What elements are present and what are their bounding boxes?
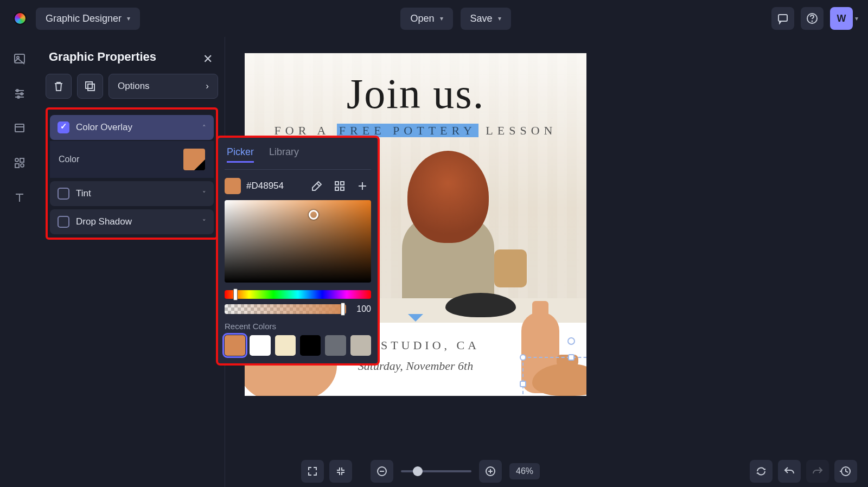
current-color-swatch: [225, 178, 241, 194]
fit-button[interactable]: [329, 460, 352, 483]
svg-point-9: [15, 158, 18, 162]
alpha-handle[interactable]: [341, 303, 345, 316]
sv-handle[interactable]: [309, 210, 318, 220]
duplicate-button[interactable]: [77, 74, 103, 99]
svg-rect-17: [335, 187, 339, 190]
image-icon: [14, 53, 25, 65]
app-logo[interactable]: [10, 8, 30, 29]
minus-icon: [376, 465, 388, 477]
chevron-down-icon: ˅: [202, 218, 206, 226]
grid-icon: [334, 180, 346, 192]
recent-color-swatch[interactable]: [250, 335, 270, 356]
delete-button[interactable]: [46, 74, 72, 99]
resize-handle[interactable]: [568, 354, 575, 361]
collapse-icon: [335, 465, 347, 477]
text-tool[interactable]: [10, 188, 29, 207]
panel-title: Graphic Properties: [46, 44, 159, 74]
comments-button[interactable]: [771, 7, 794, 30]
open-button[interactable]: Open ▾: [400, 8, 452, 30]
tint-checkbox[interactable]: [58, 188, 69, 200]
svg-rect-16: [341, 182, 344, 185]
library-tab[interactable]: Library: [269, 146, 299, 163]
chevron-down-icon: ˅: [202, 190, 206, 198]
tool-rail: [0, 37, 39, 487]
svg-rect-15: [335, 182, 339, 185]
zoom-slider[interactable]: [401, 470, 471, 472]
image-tool[interactable]: [10, 49, 29, 68]
mode-dropdown[interactable]: Graphic Designer ▾: [36, 8, 140, 30]
rotate-handle[interactable]: [567, 337, 575, 345]
selection-box[interactable]: [522, 357, 586, 396]
alpha-slider[interactable]: [225, 304, 346, 314]
chevron-right-icon: ›: [206, 81, 209, 92]
recent-colors-row: [225, 335, 371, 356]
plus-icon: [484, 465, 496, 477]
comment-icon: [777, 12, 789, 24]
account-menu[interactable]: W ▾: [830, 7, 858, 30]
svg-point-2: [812, 21, 813, 22]
hue-handle[interactable]: [233, 289, 238, 300]
user-avatar: W: [830, 7, 853, 30]
zoom-knob[interactable]: [413, 466, 423, 476]
help-icon: [806, 12, 818, 24]
resize-handle[interactable]: [520, 354, 526, 361]
recent-color-swatch[interactable]: [350, 335, 371, 356]
history-button[interactable]: [834, 460, 857, 483]
layout-icon: [14, 122, 25, 134]
recent-color-swatch[interactable]: [300, 335, 321, 356]
svg-rect-8: [15, 124, 24, 132]
shapes-tool[interactable]: [10, 153, 29, 172]
color-overlay-property[interactable]: Color Overlay ˄: [50, 115, 214, 140]
zoom-out-button[interactable]: [371, 460, 393, 483]
undo-button[interactable]: [778, 460, 801, 483]
recent-color-swatch[interactable]: [275, 335, 296, 356]
palette-grid-button[interactable]: [331, 177, 348, 195]
trash-icon: [53, 80, 65, 92]
layout-tool[interactable]: [10, 118, 29, 138]
expand-icon: [307, 465, 318, 477]
hue-slider[interactable]: [225, 290, 371, 299]
svg-rect-14: [88, 84, 94, 91]
drop-shadow-property[interactable]: Drop Shadow ˅: [50, 209, 214, 234]
save-button[interactable]: Save ▾: [461, 8, 511, 30]
color-picker-panel: Picker Library #D48954 100 Recent Colors: [216, 136, 380, 366]
zoom-percent[interactable]: 46%: [509, 463, 540, 479]
close-panel-button[interactable]: ✕: [197, 49, 218, 69]
history-icon: [840, 465, 852, 477]
help-button[interactable]: [801, 7, 824, 30]
sliders-icon: [14, 87, 25, 99]
chevron-down-icon: ▾: [127, 15, 130, 22]
color-swatch[interactable]: [183, 149, 205, 170]
hex-input[interactable]: #D48954: [246, 181, 303, 191]
tint-label: Tint: [76, 188, 91, 199]
zoom-in-button[interactable]: [479, 460, 502, 483]
alpha-value[interactable]: 100: [350, 304, 371, 314]
drop-shadow-checkbox[interactable]: [58, 216, 69, 228]
recent-color-swatch[interactable]: [325, 335, 346, 356]
mode-label: Graphic Designer: [46, 13, 122, 24]
add-color-button[interactable]: [354, 177, 371, 195]
svg-rect-13: [86, 82, 92, 88]
color-row[interactable]: Color: [50, 141, 214, 178]
picker-tab[interactable]: Picker: [227, 146, 254, 163]
refresh-icon: [755, 465, 767, 477]
svg-point-7: [17, 96, 20, 98]
options-dropdown[interactable]: Options ›: [108, 74, 218, 99]
top-bar: Graphic Designer ▾ Open ▾ Save ▾ W ▾: [0, 0, 868, 37]
open-label: Open: [410, 13, 434, 24]
tint-property[interactable]: Tint ˅: [50, 181, 214, 206]
headline-text[interactable]: Join us.: [245, 69, 586, 118]
eyedropper-button[interactable]: [308, 177, 326, 195]
recent-color-swatch[interactable]: [225, 335, 245, 356]
plus-icon: [356, 180, 368, 192]
refresh-button[interactable]: [750, 460, 773, 483]
color-label: Color: [59, 155, 79, 164]
saturation-value-area[interactable]: [225, 200, 371, 283]
resize-handle[interactable]: [520, 381, 526, 387]
adjust-tool[interactable]: [10, 84, 29, 103]
redo-icon: [812, 465, 824, 477]
redo-button[interactable]: [806, 460, 829, 483]
fullscreen-button[interactable]: [301, 460, 324, 483]
highlight-annotation: Color Overlay ˄ Color Tint ˅ Drop Shadow…: [46, 107, 218, 240]
color-overlay-checkbox[interactable]: [58, 121, 69, 133]
